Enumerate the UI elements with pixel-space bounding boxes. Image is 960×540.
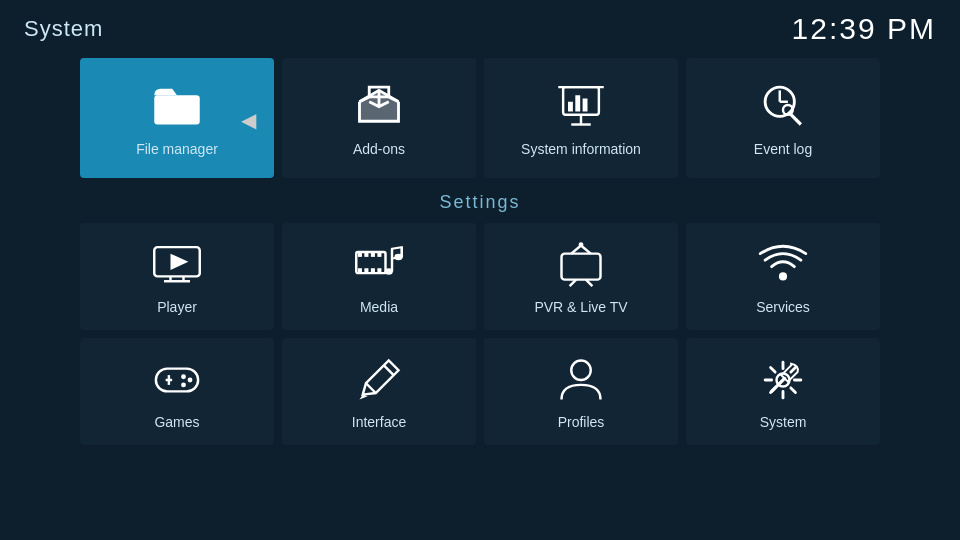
player-icon bbox=[151, 239, 203, 291]
svg-rect-31 bbox=[562, 253, 601, 279]
top-item-system-information[interactable]: System information bbox=[484, 58, 678, 178]
svg-rect-6 bbox=[583, 99, 588, 112]
settings-item-media-label: Media bbox=[360, 299, 398, 315]
top-bar: System 12:39 PM bbox=[0, 0, 960, 54]
profiles-icon bbox=[555, 354, 607, 406]
svg-rect-19 bbox=[358, 252, 362, 257]
settings-item-interface-label: Interface bbox=[352, 414, 406, 430]
svg-point-30 bbox=[394, 253, 402, 260]
pvr-live-tv-icon bbox=[555, 239, 607, 291]
folder-icon bbox=[151, 79, 203, 131]
svg-rect-0 bbox=[154, 95, 200, 124]
system-info-icon bbox=[555, 79, 607, 131]
settings-item-player[interactable]: Player bbox=[80, 223, 274, 330]
svg-point-42 bbox=[188, 377, 193, 382]
settings-item-games-label: Games bbox=[154, 414, 199, 430]
svg-point-36 bbox=[579, 242, 584, 247]
svg-line-45 bbox=[384, 365, 394, 375]
svg-rect-22 bbox=[377, 252, 381, 257]
svg-rect-23 bbox=[358, 268, 362, 273]
settings-item-services-label: Services bbox=[756, 299, 810, 315]
svg-rect-24 bbox=[364, 268, 368, 273]
svg-rect-25 bbox=[371, 268, 375, 273]
games-icon bbox=[151, 354, 203, 406]
svg-point-29 bbox=[385, 268, 393, 275]
svg-point-37 bbox=[779, 272, 787, 280]
app-title: System bbox=[24, 16, 103, 42]
settings-item-interface[interactable]: Interface bbox=[282, 338, 476, 445]
settings-item-profiles[interactable]: Profiles bbox=[484, 338, 678, 445]
settings-row-2: Games Interface Profiles System bbox=[0, 338, 960, 445]
top-item-file-manager[interactable]: File manager ◀ bbox=[80, 58, 274, 178]
top-item-event-log-label: Event log bbox=[754, 141, 812, 157]
settings-item-media[interactable]: Media bbox=[282, 223, 476, 330]
settings-item-games[interactable]: Games bbox=[80, 338, 274, 445]
interface-icon bbox=[353, 354, 405, 406]
svg-rect-20 bbox=[364, 252, 368, 257]
media-icon bbox=[353, 239, 405, 291]
svg-point-46 bbox=[571, 360, 591, 380]
svg-rect-4 bbox=[568, 102, 573, 112]
svg-point-43 bbox=[181, 382, 186, 387]
settings-item-pvr-live-tv[interactable]: PVR & Live TV bbox=[484, 223, 678, 330]
event-log-icon bbox=[757, 79, 809, 131]
settings-item-system-label: System bbox=[760, 414, 807, 430]
svg-line-44 bbox=[366, 383, 376, 393]
settings-item-services[interactable]: Services bbox=[686, 223, 880, 330]
top-item-add-ons[interactable]: Add-ons bbox=[282, 58, 476, 178]
svg-rect-5 bbox=[575, 95, 580, 111]
top-item-add-ons-label: Add-ons bbox=[353, 141, 405, 157]
svg-rect-26 bbox=[377, 268, 381, 273]
clock: 12:39 PM bbox=[792, 12, 936, 46]
top-item-file-manager-label: File manager bbox=[136, 141, 218, 157]
top-item-system-information-label: System information bbox=[521, 141, 641, 157]
svg-point-41 bbox=[181, 374, 186, 379]
services-icon bbox=[757, 239, 809, 291]
settings-item-pvr-live-tv-label: PVR & Live TV bbox=[534, 299, 627, 315]
settings-row-1: Player Media bbox=[0, 223, 960, 330]
top-item-event-log[interactable]: Event log bbox=[686, 58, 880, 178]
settings-item-player-label: Player bbox=[157, 299, 197, 315]
svg-line-48 bbox=[772, 378, 785, 391]
settings-label: Settings bbox=[0, 192, 960, 213]
addons-icon bbox=[353, 79, 405, 131]
settings-item-system[interactable]: System bbox=[686, 338, 880, 445]
svg-rect-21 bbox=[371, 252, 375, 257]
svg-marker-14 bbox=[171, 253, 189, 269]
settings-item-profiles-label: Profiles bbox=[558, 414, 605, 430]
system-icon bbox=[757, 354, 809, 406]
top-items-row: File manager ◀ Add-ons bbox=[0, 58, 960, 178]
